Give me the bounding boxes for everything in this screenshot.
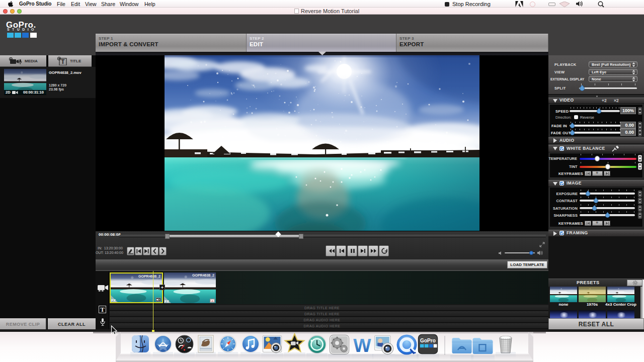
svg-text:W: W bbox=[353, 335, 371, 356]
svg-text:GoPro: GoPro bbox=[420, 338, 436, 343]
svg-text:T: T bbox=[61, 58, 65, 65]
